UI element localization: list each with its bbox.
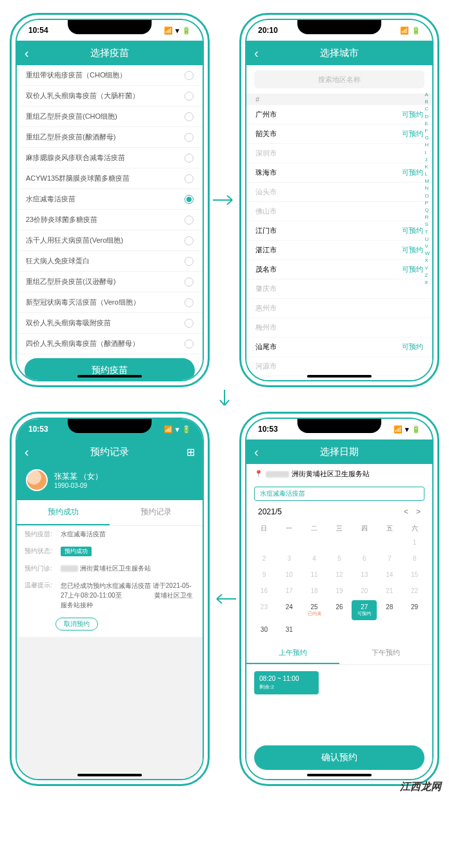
radio-icon[interactable] (185, 319, 194, 328)
alpha-index-letter[interactable]: E (424, 120, 430, 127)
radio-icon[interactable] (185, 174, 194, 183)
radio-icon[interactable] (185, 278, 194, 287)
calendar-day[interactable]: 16 (252, 584, 277, 598)
radio-icon[interactable] (185, 133, 194, 142)
alpha-index-letter[interactable]: Y (424, 265, 430, 272)
tab-record[interactable]: 预约记录 (110, 500, 203, 525)
back-icon[interactable]: ‹ (254, 46, 259, 61)
alpha-index-letter[interactable]: N (424, 185, 430, 192)
alpha-index-letter[interactable]: G (424, 134, 430, 141)
calendar-day[interactable]: 8 (402, 552, 427, 565)
radio-icon[interactable] (185, 339, 194, 348)
back-icon[interactable]: ‹ (25, 445, 29, 459)
alpha-index-letter[interactable]: K (424, 163, 430, 170)
alpha-index-letter[interactable]: F (424, 127, 430, 134)
alpha-index-letter[interactable]: M (424, 177, 430, 185)
calendar-day[interactable]: 10 (277, 568, 302, 581)
month-prev-icon[interactable]: < (404, 507, 408, 516)
radio-icon[interactable] (185, 71, 194, 80)
alpha-index-letter[interactable]: O (424, 192, 430, 199)
radio-icon[interactable] (185, 112, 194, 121)
calendar-day[interactable]: 21 (377, 584, 402, 598)
cancel-button[interactable]: 取消预约 (55, 618, 98, 631)
alpha-index-letter[interactable]: Z (424, 272, 430, 279)
vaccine-item[interactable]: 重组乙型肝炎疫苗(汉逊酵母) (17, 272, 203, 292)
city-item[interactable]: 江门市可预约 (246, 221, 432, 241)
radio-icon[interactable] (185, 257, 194, 266)
tab-pm[interactable]: 下午预约 (339, 643, 432, 664)
time-slot-card[interactable]: 08:20 ~ 11:00剩余:2 (254, 671, 319, 694)
home-indicator[interactable] (307, 375, 372, 378)
alpha-index-letter[interactable]: P (424, 199, 430, 207)
home-indicator[interactable] (77, 375, 142, 378)
vaccine-item[interactable]: 冻干人用狂犬病疫苗(Vero细胞) (17, 230, 203, 251)
calendar-day[interactable]: 28 (377, 600, 402, 620)
calendar-day[interactable]: 31 (277, 623, 302, 636)
city-item[interactable]: 汕尾市可预约 (246, 338, 432, 357)
city-item[interactable]: 茂名市可预约 (246, 260, 432, 279)
alpha-index-letter[interactable]: J (424, 156, 430, 163)
vaccine-item[interactable]: 新型冠状病毒灭活疫苗（Vero细胞） (17, 292, 203, 313)
calendar-day[interactable]: 25已约满 (302, 600, 327, 620)
calendar-day[interactable]: 17 (277, 584, 302, 598)
city-item[interactable]: 珠海市可预约 (246, 163, 432, 183)
calendar-day[interactable]: 4 (302, 552, 327, 565)
alpha-index-letter[interactable]: C (424, 105, 430, 112)
qr-icon[interactable]: ⊞ (186, 446, 195, 458)
alpha-index-letter[interactable]: R (424, 214, 430, 221)
calendar-day[interactable]: 7 (377, 552, 402, 565)
radio-icon[interactable] (185, 195, 194, 204)
vaccine-item[interactable]: 狂犬病人免疫球蛋白 (17, 251, 203, 272)
alpha-index-letter[interactable]: T (424, 228, 430, 236)
vaccine-item[interactable]: 双价人乳头瘤病毒吸附疫苗 (17, 313, 203, 334)
radio-icon[interactable] (185, 298, 194, 307)
calendar-day[interactable]: 13 (352, 568, 377, 581)
calendar-day[interactable]: 22 (402, 584, 427, 598)
calendar-day[interactable]: 26 (327, 600, 352, 620)
vaccine-item[interactable]: 水痘减毒活疫苗 (17, 189, 203, 210)
calendar-day[interactable]: 27可预约 (352, 600, 377, 620)
alpha-index-letter[interactable]: W (424, 250, 430, 257)
calendar-day[interactable]: 5 (327, 552, 352, 565)
calendar-day[interactable]: 30 (252, 623, 277, 636)
calendar-day[interactable]: 9 (252, 568, 277, 581)
alpha-index-letter[interactable]: X (424, 257, 430, 264)
alpha-index-letter[interactable]: U (424, 236, 430, 243)
radio-icon[interactable] (185, 92, 194, 101)
calendar-day[interactable]: 23 (252, 600, 277, 620)
city-item[interactable]: 韶关市可预约 (246, 125, 432, 144)
month-next-icon[interactable]: > (416, 507, 421, 516)
alpha-index-letter[interactable]: B (424, 98, 430, 105)
confirm-button[interactable]: 确认预约 (254, 745, 424, 770)
vaccine-item[interactable]: 麻疹腮腺炎风疹联合减毒活疫苗 (17, 148, 203, 168)
radio-icon[interactable] (185, 216, 194, 225)
back-icon[interactable]: ‹ (254, 445, 259, 459)
city-item[interactable]: 湛江市可预约 (246, 241, 432, 260)
calendar-day[interactable]: 2 (252, 552, 277, 565)
home-indicator[interactable] (77, 774, 142, 776)
alpha-index-letter[interactable]: D (424, 113, 430, 120)
alpha-index-letter[interactable]: A (424, 91, 430, 98)
alpha-index-letter[interactable]: S (424, 221, 430, 228)
vaccine-item[interactable]: 四价人乳头瘤病毒疫苗（酿酒酵母） (17, 334, 203, 354)
radio-icon[interactable] (185, 236, 194, 245)
alpha-index-letter[interactable]: Q (424, 207, 430, 214)
vaccine-item[interactable]: 重组带状疱疹疫苗（CHO细胞） (17, 65, 203, 86)
back-icon[interactable]: ‹ (25, 46, 29, 61)
vaccine-item[interactable]: 重组乙型肝炎疫苗(酿酒酵母) (17, 127, 203, 148)
radio-icon[interactable] (185, 154, 194, 163)
vaccine-item[interactable]: 23价肺炎球菌多糖疫苗 (17, 210, 203, 230)
alpha-index-letter[interactable]: L (424, 170, 430, 177)
calendar-day[interactable]: 3 (277, 552, 302, 565)
search-input[interactable]: 搜索地区名称 (254, 70, 424, 88)
calendar-day[interactable]: 6 (352, 552, 377, 565)
alpha-index-letter[interactable]: I (424, 149, 430, 156)
alpha-index-letter[interactable]: # (424, 279, 430, 286)
calendar-day[interactable]: 11 (302, 568, 327, 581)
calendar-day[interactable]: 15 (402, 568, 427, 581)
vaccine-item[interactable]: 双价人乳头瘤病毒疫苗（大肠杆菌） (17, 86, 203, 106)
calendar-day[interactable]: 12 (327, 568, 352, 581)
tab-success[interactable]: 预约成功 (17, 500, 110, 525)
calendar-day[interactable]: 19 (327, 584, 352, 598)
alpha-index[interactable]: ABCDEFGHIJKLMNOPQRSTUVWXYZ# (424, 91, 430, 286)
